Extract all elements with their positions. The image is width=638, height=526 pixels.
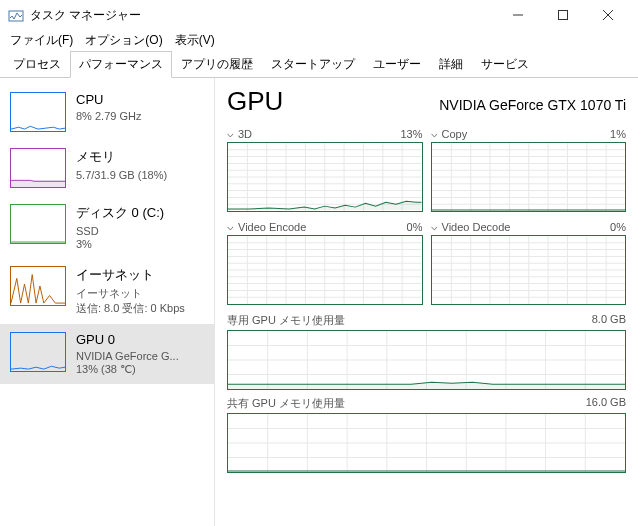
chart-video-encode[interactable]: ⌵Video Encode 0%	[227, 220, 423, 305]
main-panel: GPU NVIDIA GeForce GTX 1070 Ti ⌵3D 13%	[215, 78, 638, 526]
sidebar-item-cpu[interactable]: CPU 8% 2.79 GHz	[0, 84, 214, 140]
chart-copy-head: ⌵Copy 1%	[431, 127, 627, 140]
sidebar-item-disk[interactable]: ディスク 0 (C:) SSD 3%	[0, 196, 214, 258]
menu-view[interactable]: 表示(V)	[171, 32, 219, 49]
ethernet-sub1: イーサネット	[76, 286, 204, 300]
memory-text: メモリ 5.7/31.9 GB (18%)	[76, 148, 204, 188]
app-icon	[8, 7, 24, 23]
chevron-down-icon[interactable]: ⌵	[227, 220, 234, 233]
sidebar-item-gpu[interactable]: GPU 0 NVIDIA GeForce G... 13% (38 ℃)	[0, 324, 214, 384]
ethernet-sub2: 送信: 8.0 受信: 0 Kbps	[76, 301, 204, 316]
shared-memory-chart	[227, 413, 626, 473]
gpu-model: NVIDIA GeForce GTX 1070 Ti	[439, 97, 626, 113]
disk-text: ディスク 0 (C:) SSD 3%	[76, 204, 204, 250]
chart-3d-name: 3D	[238, 128, 252, 140]
chart-vdecode-name: Video Decode	[442, 221, 511, 233]
dedicated-memory-text: 専用 GPU メモリ使用量	[227, 313, 345, 328]
close-button[interactable]	[585, 1, 630, 29]
cpu-thumb	[10, 92, 66, 132]
tab-processes[interactable]: プロセス	[4, 51, 70, 78]
window-title: タスク マネージャー	[30, 7, 495, 24]
chart-copy[interactable]: ⌵Copy 1%	[431, 127, 627, 212]
disk-title: ディスク 0 (C:)	[76, 204, 204, 222]
tab-users[interactable]: ユーザー	[364, 51, 430, 78]
dedicated-memory-chart	[227, 330, 626, 390]
content: CPU 8% 2.79 GHz メモリ 5.7/31.9 GB (18%) ディ…	[0, 78, 638, 526]
titlebar: タスク マネージャー	[0, 0, 638, 30]
tab-details[interactable]: 詳細	[430, 51, 472, 78]
dedicated-memory-max: 8.0 GB	[592, 313, 626, 328]
chevron-down-icon[interactable]: ⌵	[431, 220, 438, 233]
tab-performance[interactable]: パフォーマンス	[70, 51, 172, 78]
window-controls	[495, 1, 630, 29]
shared-memory-label: 共有 GPU メモリ使用量 16.0 GB	[227, 396, 626, 411]
sidebar-item-memory[interactable]: メモリ 5.7/31.9 GB (18%)	[0, 140, 214, 196]
shared-memory-text: 共有 GPU メモリ使用量	[227, 396, 345, 411]
memory-thumb	[10, 148, 66, 188]
svg-rect-2	[558, 11, 567, 20]
sidebar: CPU 8% 2.79 GHz メモリ 5.7/31.9 GB (18%) ディ…	[0, 78, 215, 526]
chart-3d-box	[227, 142, 423, 212]
chart-3d[interactable]: ⌵3D 13%	[227, 127, 423, 212]
chart-vencode-name: Video Encode	[238, 221, 306, 233]
minimize-button[interactable]	[495, 1, 540, 29]
chevron-down-icon[interactable]: ⌵	[431, 127, 438, 140]
sidebar-item-ethernet[interactable]: イーサネット イーサネット 送信: 8.0 受信: 0 Kbps	[0, 258, 214, 323]
gpu-sub1: NVIDIA GeForce G...	[76, 349, 204, 363]
gpu-title: GPU 0	[76, 332, 204, 347]
memory-sub: 5.7/31.9 GB (18%)	[76, 168, 204, 182]
chart-row-1: ⌵3D 13% ⌵Copy 1%	[227, 127, 626, 212]
chart-video-decode[interactable]: ⌵Video Decode 0%	[431, 220, 627, 305]
cpu-title: CPU	[76, 92, 204, 107]
chart-vdecode-value: 0%	[610, 221, 626, 233]
chart-vencode-value: 0%	[407, 221, 423, 233]
menubar: ファイル(F) オプション(O) 表示(V)	[0, 30, 638, 50]
chart-vdecode-box	[431, 235, 627, 305]
chart-copy-box	[431, 142, 627, 212]
dedicated-memory-label: 専用 GPU メモリ使用量 8.0 GB	[227, 313, 626, 328]
ethernet-text: イーサネット イーサネット 送信: 8.0 受信: 0 Kbps	[76, 266, 204, 315]
ethernet-title: イーサネット	[76, 266, 204, 284]
chart-vencode-head: ⌵Video Encode 0%	[227, 220, 423, 233]
chart-copy-name: Copy	[442, 128, 468, 140]
tab-app-history[interactable]: アプリの履歴	[172, 51, 262, 78]
memory-title: メモリ	[76, 148, 204, 166]
tab-services[interactable]: サービス	[472, 51, 538, 78]
tabs: プロセス パフォーマンス アプリの履歴 スタートアップ ユーザー 詳細 サービス	[0, 50, 638, 78]
gpu-thumb	[10, 332, 66, 372]
menu-file[interactable]: ファイル(F)	[6, 32, 77, 49]
disk-sub1: SSD	[76, 224, 204, 238]
chart-vdecode-head: ⌵Video Decode 0%	[431, 220, 627, 233]
gpu-sub2: 13% (38 ℃)	[76, 363, 204, 376]
chart-vencode-box	[227, 235, 423, 305]
chart-3d-head: ⌵3D 13%	[227, 127, 423, 140]
chevron-down-icon[interactable]: ⌵	[227, 127, 234, 140]
shared-memory-max: 16.0 GB	[586, 396, 626, 411]
chart-3d-value: 13%	[400, 128, 422, 140]
chart-copy-value: 1%	[610, 128, 626, 140]
disk-thumb	[10, 204, 66, 244]
cpu-sub: 8% 2.79 GHz	[76, 109, 204, 123]
menu-options[interactable]: オプション(O)	[81, 32, 166, 49]
tab-startup[interactable]: スタートアップ	[262, 51, 364, 78]
cpu-text: CPU 8% 2.79 GHz	[76, 92, 204, 132]
page-heading: GPU	[227, 86, 283, 117]
maximize-button[interactable]	[540, 1, 585, 29]
chart-row-2: ⌵Video Encode 0% ⌵Video Decode 0%	[227, 220, 626, 305]
ethernet-thumb	[10, 266, 66, 306]
main-header: GPU NVIDIA GeForce GTX 1070 Ti	[227, 86, 626, 117]
gpu-text: GPU 0 NVIDIA GeForce G... 13% (38 ℃)	[76, 332, 204, 376]
disk-sub2: 3%	[76, 238, 204, 250]
